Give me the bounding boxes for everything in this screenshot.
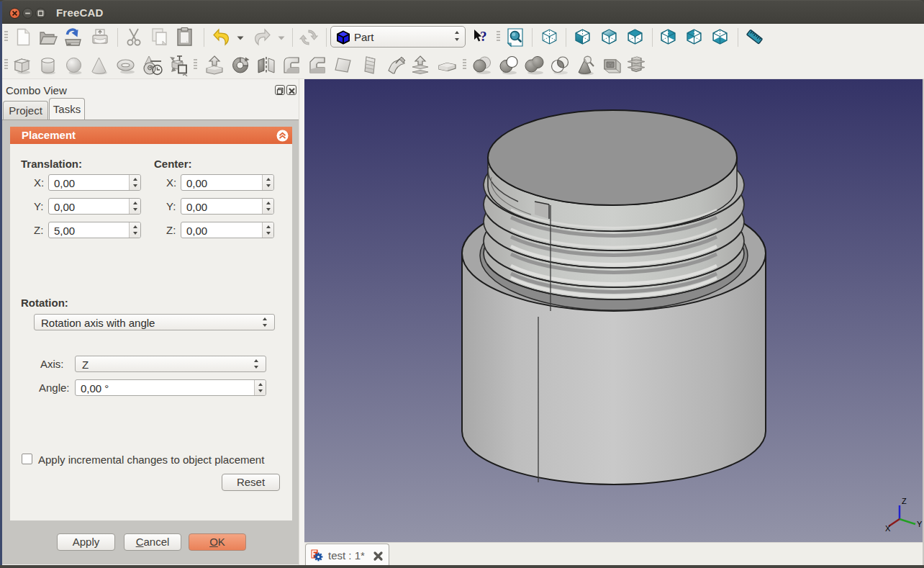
svg-text:?: ?	[480, 29, 487, 44]
svg-text:X: X	[885, 524, 891, 533]
svg-text:Y: Y	[917, 520, 923, 528]
svg-text:Z: Z	[902, 497, 907, 505]
